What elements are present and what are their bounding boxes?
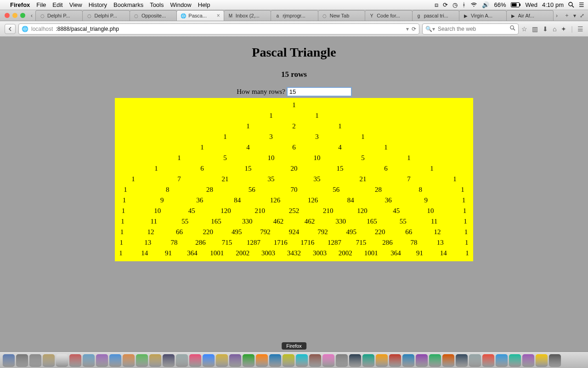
battery-icon[interactable] (511, 2, 521, 7)
downloads-icon[interactable]: ⬇ (543, 25, 548, 33)
browser-tab[interactable]: ◌Delphi P... (82, 10, 130, 21)
back-button[interactable] (5, 24, 16, 34)
menu-tools[interactable]: Tools (150, 1, 164, 8)
window-zoom-button[interactable] (20, 13, 25, 18)
dock-app-icon[interactable] (3, 354, 15, 366)
dock-app-icon[interactable] (283, 354, 294, 366)
menu-view[interactable]: View (69, 1, 82, 8)
search-bar[interactable]: 🔍▾ (422, 23, 519, 34)
notification-icon[interactable]: ☰ (579, 1, 584, 8)
url-bar[interactable]: 🌐 localhost:8888/pascal_triangle.php ▾ ⟳ (18, 23, 419, 34)
dock-app-icon[interactable] (256, 354, 268, 366)
sync-icon[interactable]: ⟳ (443, 1, 448, 8)
browser-tab[interactable]: YCode for... (365, 10, 412, 21)
dock-app-icon[interactable] (109, 354, 121, 366)
menu-edit[interactable]: Edit (52, 1, 62, 8)
search-input[interactable] (438, 26, 507, 32)
spotlight-icon[interactable] (568, 2, 574, 8)
browser-tab[interactable]: arjmprogr... (271, 10, 318, 21)
dock-app-icon[interactable] (243, 354, 254, 366)
dock-app-icon[interactable] (176, 354, 188, 366)
dock-app-icon[interactable] (389, 354, 401, 366)
menu-window[interactable]: Window (170, 1, 192, 8)
dock-app-icon[interactable] (416, 354, 428, 366)
dock-app-icon[interactable] (322, 354, 334, 366)
tab-close-icon[interactable]: × (217, 12, 220, 19)
dock-app-icon[interactable] (376, 354, 388, 366)
menu-file[interactable]: File (36, 1, 46, 8)
tab-list-button[interactable]: ▾ (573, 12, 576, 19)
browser-tab[interactable]: 🌐Pasca...× (176, 10, 224, 21)
clock-day[interactable]: Wed (526, 1, 538, 8)
dock-app-icon[interactable] (69, 354, 81, 366)
timemachine-icon[interactable]: ◷ (452, 1, 458, 8)
dock-app-icon[interactable] (56, 354, 68, 366)
dock-app-icon[interactable] (522, 354, 534, 366)
browser-tab[interactable]: ◌New Tab (318, 10, 365, 21)
dock-app-icon[interactable] (216, 354, 228, 366)
wifi-icon[interactable] (470, 2, 477, 7)
dock-app-icon[interactable] (402, 354, 414, 366)
browser-tab[interactable]: ▶Virgin A... (459, 10, 506, 21)
dock-app-icon[interactable] (269, 354, 281, 366)
reload-button[interactable]: ⟳ (412, 26, 416, 32)
dock-app-icon[interactable] (123, 354, 135, 366)
dock-app-icon[interactable] (149, 354, 161, 366)
dock-app-icon[interactable] (496, 354, 508, 366)
dock-app-icon[interactable] (482, 354, 494, 366)
dock-app-icon[interactable] (429, 354, 441, 366)
search-engine-icon[interactable]: 🔍▾ (425, 26, 435, 32)
bookmark-star-icon[interactable]: ☆ (521, 25, 527, 33)
dock-app-icon[interactable] (336, 354, 348, 366)
dock-app-icon[interactable] (456, 354, 468, 366)
browser-tab[interactable]: ▶Air Af... (506, 10, 554, 21)
home-icon[interactable]: ⌂ (553, 25, 556, 33)
dock-app-icon[interactable] (16, 354, 28, 366)
rows-input[interactable] (287, 87, 351, 96)
history-dropdown-icon[interactable]: ▾ (406, 26, 409, 32)
new-tab-button[interactable]: ＋ (564, 12, 570, 19)
dock-app-icon[interactable] (43, 354, 55, 366)
dropbox-icon[interactable]: ⧈ (435, 1, 438, 9)
browser-tab[interactable]: ◌Delphi P... (35, 10, 83, 21)
fullscreen-button[interactable]: ⤢ (580, 12, 584, 19)
browser-tab[interactable]: ◌Opposite... (130, 10, 177, 21)
bluetooth-icon[interactable]: ᚼ (462, 1, 466, 8)
dock-app-icon[interactable] (296, 354, 308, 366)
reading-list-icon[interactable]: ▥ (532, 25, 538, 33)
tab-scroll-right[interactable]: › (553, 10, 560, 21)
dock-app-icon[interactable] (29, 354, 41, 366)
dock-app-icon[interactable] (536, 354, 548, 366)
dock-app-icon[interactable] (83, 354, 95, 366)
browser-tab[interactable]: gpascal tri... (412, 10, 459, 21)
menu-history[interactable]: History (89, 1, 107, 8)
triangle-cell: 4 (328, 142, 351, 153)
dock-app-icon[interactable] (96, 354, 108, 366)
dock-app-icon[interactable] (362, 354, 374, 366)
dock-app-icon[interactable] (469, 354, 481, 366)
dock-app-icon[interactable] (309, 354, 321, 366)
dock-app-icon[interactable] (163, 354, 175, 366)
menu-bookmarks[interactable]: Bookmarks (113, 1, 143, 8)
dock-app-icon[interactable] (349, 354, 361, 366)
dock-app-icon[interactable] (549, 354, 561, 366)
window-minimize-button[interactable] (12, 13, 17, 18)
dock-app-icon[interactable] (229, 354, 241, 366)
pocket-icon[interactable]: ✦ (561, 25, 566, 33)
search-go-icon[interactable] (510, 25, 515, 32)
dock-app-icon[interactable] (203, 354, 215, 366)
clock-time[interactable]: 4:10 pm (542, 1, 564, 8)
dock-app-icon[interactable] (509, 354, 521, 366)
app-name[interactable]: Firefox (10, 1, 30, 8)
tab-scroll-left[interactable]: ‹ (28, 10, 35, 21)
menu-help[interactable]: Help (198, 1, 210, 8)
hamburger-menu-icon[interactable]: ☰ (577, 25, 583, 33)
site-identity-icon[interactable]: 🌐 (22, 26, 28, 32)
browser-toolbar: 🌐 localhost:8888/pascal_triangle.php ▾ ⟳… (0, 21, 588, 37)
dock-app-icon[interactable] (442, 354, 454, 366)
dock-app-icon[interactable] (189, 354, 201, 366)
volume-icon[interactable]: 🔊 (482, 1, 489, 8)
browser-tab[interactable]: MInbox (2,... (224, 10, 271, 21)
window-close-button[interactable] (5, 13, 10, 18)
dock-app-icon[interactable] (136, 354, 148, 366)
